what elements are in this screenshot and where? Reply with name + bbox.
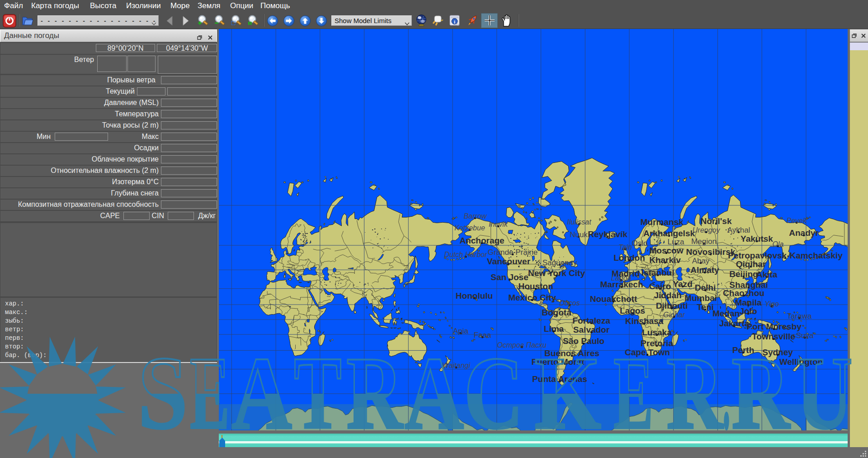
- svg-text:Wellington: Wellington: [779, 357, 823, 367]
- svg-text:Kharkiv: Kharkiv: [649, 255, 681, 265]
- svg-text:Megion: Megion: [691, 237, 717, 246]
- svg-text:Oslo: Oslo: [632, 239, 648, 248]
- svg-text:Ola: Ola: [773, 240, 784, 248]
- svg-text:Apia: Apia: [453, 327, 469, 335]
- svg-text:Reykjavík: Reykjavík: [588, 229, 627, 239]
- svg-text:Akita: Akita: [756, 270, 778, 279]
- svg-text:Medan: Medan: [712, 309, 740, 318]
- svg-text:Aykhal: Aykhal: [727, 226, 750, 234]
- svg-text:Vancouver: Vancouver: [487, 257, 531, 266]
- svg-text:Petropavlovsk-Kamchatskiy: Petropavlovsk-Kamchatskiy: [728, 251, 843, 260]
- svg-text:Saguenay: Saguenay: [542, 258, 577, 267]
- svg-text:Murmansk: Murmansk: [640, 217, 683, 227]
- svg-text:Остров Пасхи: Остров Пасхи: [497, 341, 546, 349]
- svg-text:Istanbul: Istanbul: [642, 268, 675, 277]
- svg-text:Mumbai: Mumbai: [684, 293, 717, 303]
- svg-text:San Jose: San Jose: [491, 272, 528, 282]
- svg-text:São Paulo: São Paulo: [563, 336, 604, 346]
- svg-text:Beijing: Beijing: [729, 269, 758, 279]
- svg-text:Manila: Manila: [735, 298, 762, 307]
- svg-text:Kotzebue: Kotzebue: [454, 224, 485, 232]
- svg-text:Ilulissat: Ilulissat: [567, 218, 591, 226]
- svg-text:Inuvik: Inuvik: [489, 220, 508, 228]
- svg-text:Lima: Lima: [544, 324, 564, 334]
- svg-text:Noril'sk: Noril'sk: [701, 216, 732, 226]
- svg-text:Moscow: Moscow: [650, 246, 684, 255]
- svg-text:Sydney: Sydney: [762, 348, 793, 357]
- svg-text:Anchorage: Anchorage: [459, 236, 504, 245]
- svg-text:Djibouti: Djibouti: [656, 301, 688, 310]
- svg-text:Houston: Houston: [518, 281, 553, 291]
- svg-text:Salvador: Salvador: [573, 325, 610, 334]
- svg-text:Punta Arenas: Punta Arenas: [532, 374, 587, 384]
- svg-text:Lagos: Lagos: [620, 306, 645, 315]
- svg-text:Port Moresby: Port Moresby: [746, 322, 802, 331]
- svg-text:Fortaleza: Fortaleza: [572, 316, 610, 325]
- svg-text:Abay: Abay: [692, 257, 710, 265]
- svg-text:London: London: [613, 253, 645, 262]
- svg-text:Cape Town: Cape Town: [625, 348, 670, 357]
- svg-text:Perth: Perth: [732, 345, 755, 355]
- svg-text:Jakarta: Jakarta: [719, 319, 750, 328]
- svg-text:Waitangi: Waitangi: [442, 362, 470, 369]
- svg-text:Suva: Suva: [796, 331, 814, 340]
- svg-text:Townsville: Townsville: [752, 332, 795, 341]
- svg-text:Yakutsk: Yakutsk: [741, 234, 773, 243]
- svg-text:Anadyr: Anadyr: [789, 228, 819, 238]
- svg-text:Urengoy: Urengoy: [693, 226, 720, 234]
- svg-text:Pevek: Pevek: [787, 217, 807, 224]
- svg-text:Dutch Harbor: Dutch Harbor: [444, 251, 487, 258]
- svg-text:Bogotá: Bogotá: [542, 308, 571, 317]
- svg-text:Tarawa: Tarawa: [787, 312, 812, 320]
- svg-text:Puerto Montt: Puerto Montt: [531, 357, 585, 367]
- svg-text:Lusaka: Lusaka: [642, 328, 672, 337]
- svg-text:Buenos Aires: Buenos Aires: [544, 348, 599, 358]
- svg-text:Jolo: Jolo: [739, 306, 757, 316]
- svg-text:Tain: Tain: [618, 243, 632, 251]
- svg-text:Faaa: Faaa: [474, 331, 491, 339]
- svg-text:Mexico City: Mexico City: [508, 293, 556, 302]
- svg-text:Lagoa: Lagoa: [611, 274, 632, 282]
- svg-text:Giohar: Giohar: [663, 311, 685, 319]
- svg-text:i: i: [454, 19, 455, 24]
- svg-text:Almaty: Almaty: [690, 265, 719, 275]
- svg-text:Nouakchott: Nouakchott: [590, 294, 637, 304]
- svg-text:Qiqihar: Qiqihar: [736, 259, 766, 269]
- svg-text:Yigo: Yigo: [764, 300, 779, 308]
- svg-text:Cairo: Cairo: [649, 281, 671, 291]
- svg-text:Nuuk: Nuuk: [570, 230, 588, 239]
- svg-text:Ducos: Ducos: [559, 299, 580, 307]
- svg-text:Arkhangelsk: Arkhangelsk: [643, 229, 695, 238]
- svg-text:Luza: Luza: [668, 238, 684, 246]
- svg-text:Teni: Teni: [697, 302, 714, 312]
- svg-text:Jiddah: Jiddah: [654, 291, 681, 300]
- svg-text:Grande Prairie: Grande Prairie: [488, 248, 538, 257]
- svg-text:Barrow: Barrow: [464, 212, 487, 220]
- svg-text:Pretoria: Pretoria: [641, 339, 673, 348]
- svg-text:New York City: New York City: [528, 268, 585, 278]
- svg-text:Honolulu: Honolulu: [456, 291, 493, 301]
- svg-text:Chaozhou: Chaozhou: [723, 288, 764, 298]
- svg-text:Delhi: Delhi: [695, 283, 716, 292]
- svg-text:Kinshasa: Kinshasa: [625, 316, 664, 326]
- svg-text:Yazd: Yazd: [673, 279, 692, 289]
